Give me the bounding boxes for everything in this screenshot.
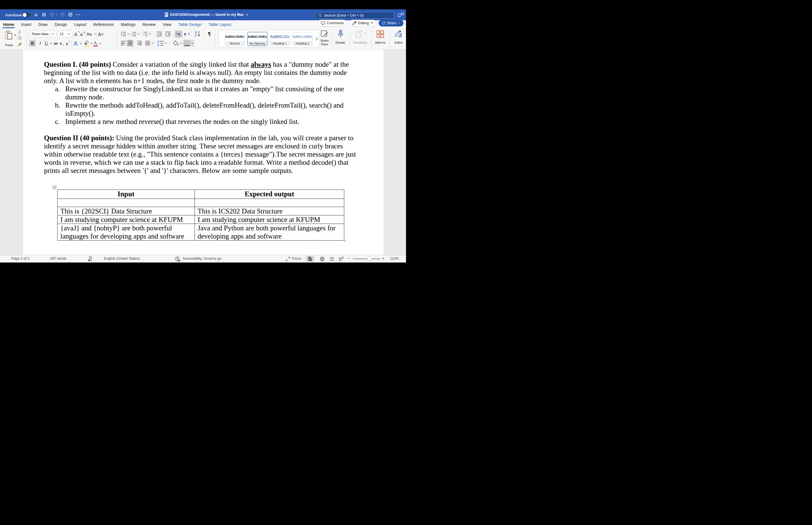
rtl-paragraph-button[interactable]: ¶ [184,30,190,38]
accessibility-status[interactable]: Accessibility: Good to go [183,257,221,260]
font-size-select[interactable]: 12 [58,31,72,38]
sensitivity-chevron-icon[interactable] [364,32,367,34]
zoom-level[interactable]: 210% [390,257,399,260]
borders-button[interactable] [183,40,190,47]
italic-button[interactable]: I [38,40,43,47]
style-normal[interactable]: AaBbCcDdEeNormal [225,32,245,46]
tab-home[interactable]: Home [3,20,14,28]
superscript-button[interactable]: x2 [66,40,71,47]
shading-chevron-icon[interactable] [179,42,183,44]
sensitivity-button[interactable] [355,30,363,38]
zoom-slider[interactable] [353,258,380,259]
align-right-button[interactable] [136,40,142,46]
show-marks-button[interactable]: ¶ [207,30,212,38]
more-commands-icon[interactable] [75,14,81,15]
table-move-handle[interactable] [53,185,56,189]
underline-chevron-icon[interactable] [49,42,52,45]
clear-formatting-button[interactable]: A [98,31,104,37]
numbering-chevron-icon[interactable] [137,33,140,35]
format-painter-icon[interactable] [17,42,22,47]
zoom-slider-knob[interactable] [367,257,372,261]
tab-draw[interactable]: Draw [38,20,48,28]
styles-pane-button[interactable] [320,30,329,38]
cut-icon[interactable] [17,30,22,34]
tab-table-design[interactable]: Table Design [178,20,202,28]
font-name-select[interactable]: Times New... [29,31,57,38]
change-case-button[interactable]: Aa [87,31,94,37]
zoom-in-button[interactable]: + [382,256,385,260]
presence-icon[interactable] [397,12,404,17]
outline-view-button[interactable] [327,256,336,262]
multilevel-list-button[interactable]: 1ai [142,31,148,37]
table-cell[interactable] [58,198,195,207]
text-highlight-chevron-icon[interactable] [90,42,93,45]
table-cell[interactable]: {avaJ} and {nohtyP} are both powerful la… [58,224,195,241]
spelling-status-icon[interactable] [88,256,92,262]
tab-review[interactable]: Review [143,20,156,28]
share-button[interactable]: Share [379,20,404,27]
sort-button[interactable]: AZ [194,30,201,38]
undo-chevron-icon[interactable] [56,14,58,16]
tab-insert[interactable]: Insert [21,20,31,28]
table-cell[interactable]: I am studying computer science at KFUPM [195,215,344,224]
justify-button[interactable] [145,40,150,46]
table-cell[interactable]: Java and Python are both powerful langua… [195,224,344,241]
web-layout-view-button[interactable] [318,256,326,262]
bullets-button[interactable] [121,31,126,37]
align-center-button[interactable] [127,40,133,47]
align-left-button[interactable] [120,40,126,46]
tab-mailings[interactable]: Mailings [121,20,135,28]
text-effects-chevron-icon[interactable] [79,42,82,45]
bold-button[interactable]: B [29,40,36,47]
document-title-group[interactable]: W 241ICS202Assignment2 — Saved to my Mac [164,12,248,17]
redo-icon[interactable] [60,12,65,17]
style-no-spacing[interactable]: AaBbCcDdEeNo Spacing [248,32,267,46]
ltr-paragraph-button[interactable]: ¶ [175,30,183,38]
home-icon[interactable] [34,13,38,17]
shading-button[interactable] [173,40,179,47]
borders-chevron-icon[interactable] [190,40,194,47]
strikethrough-button[interactable]: ab [53,40,59,47]
font-color-chevron-icon[interactable] [99,42,102,45]
page-indicator[interactable]: Page 1 of 2 [11,257,29,260]
table-cell[interactable]: I am studying computer science at KFUPM [58,215,195,224]
tab-view[interactable]: View [163,20,171,28]
draft-view-button[interactable] [337,256,345,262]
zoom-out-button[interactable]: − [348,256,350,260]
tab-references[interactable]: References [93,20,114,28]
shrink-font-button[interactable]: A [80,31,85,37]
word-count[interactable]: 447 words [50,257,67,260]
print-icon[interactable] [68,12,73,17]
line-spacing-chevron-icon[interactable] [164,42,167,44]
editing-button[interactable]: Editing [349,20,377,27]
increase-indent-button[interactable] [165,31,171,37]
dictate-button[interactable] [337,30,344,38]
save-icon[interactable] [42,13,46,17]
justify-chevron-icon[interactable] [151,42,154,44]
grow-font-button[interactable]: A [74,31,80,37]
underline-button[interactable]: U [44,40,49,47]
text-highlight-button[interactable] [83,40,90,47]
document-page[interactable]: Question I. (40 points) Consider a varia… [23,49,384,255]
table-cell[interactable]: This is {202SCI} Data Structure [58,207,195,215]
multilevel-chevron-icon[interactable] [148,33,151,35]
style-heading-2[interactable]: AaBbCcDdEeHeading 2 [293,32,313,46]
undo-icon[interactable] [49,12,54,17]
table-resize-handle[interactable] [344,240,346,242]
table-header-cell[interactable]: Expected output [195,190,344,199]
style-heading-1[interactable]: AaBbCcDcHeading 1 [270,32,290,46]
copy-icon[interactable] [17,36,22,40]
tab-table-layout[interactable]: Table Layout [209,20,231,28]
tab-design[interactable]: Design [55,20,67,28]
autosave-toggle[interactable] [23,13,31,17]
language-indicator[interactable]: English (United States) [104,257,140,260]
comments-button[interactable]: Comments [318,20,347,27]
paste-button[interactable] [5,31,13,41]
addins-button[interactable] [376,30,385,38]
search-input[interactable]: Search (Cmd + Ctrl + U) [316,12,394,19]
numbering-button[interactable]: 123 [131,31,136,37]
print-layout-view-button[interactable] [306,256,314,262]
font-color-button[interactable]: A [93,40,98,47]
subscript-button[interactable]: x2 [60,40,65,47]
paste-chevron-icon[interactable] [14,34,17,36]
